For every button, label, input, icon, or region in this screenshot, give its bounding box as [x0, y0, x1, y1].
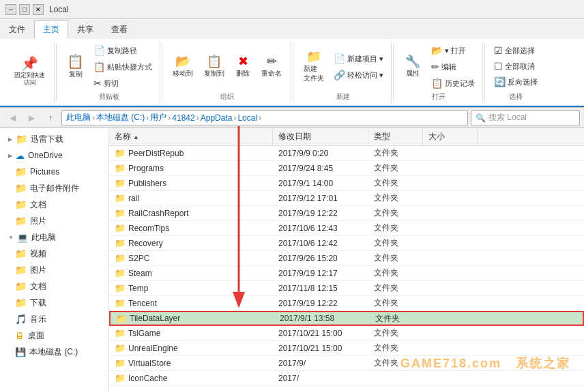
path-computer[interactable]: 此电脑 — [66, 112, 91, 123]
file-row[interactable]: 📁S2PC2017/9/26 15:20文件夹 — [109, 251, 584, 266]
rename-label: 重命名 — [261, 69, 282, 78]
window-title: Local — [49, 5, 69, 14]
up-btn[interactable]: ↑ — [42, 110, 59, 125]
sidebar-item-thunder[interactable]: ▶ 📁 迅雷下载 — [0, 131, 108, 147]
sidebar-item-music[interactable]: 🎵 音乐 — [0, 311, 108, 327]
file-row[interactable]: 📁TileDataLayer2017/9/1 13:58文件夹 — [109, 311, 584, 326]
sidebar-item-image[interactable]: 📁 图片 — [0, 262, 108, 278]
minimize-btn[interactable]: ─ — [5, 4, 16, 15]
rename-icon: ✏ — [267, 55, 277, 67]
cloud-icon: ☁ — [16, 151, 25, 161]
file-size-cell — [423, 242, 478, 245]
properties-btn[interactable]: 🔧 属性 — [399, 52, 426, 81]
edit-btn[interactable]: ✏ 编辑 — [428, 59, 478, 74]
path-users[interactable]: 用户 — [150, 112, 166, 123]
folder-icon-document: 📁 — [15, 281, 27, 292]
easy-access-btn[interactable]: 🔗 轻松访问 ▾ — [330, 67, 387, 82]
sidebar-item-email[interactable]: 📁 电子邮件附件 — [0, 180, 108, 196]
sort-arrow: ▲ — [133, 134, 139, 140]
sidebar-item-video[interactable]: 📁 视频 — [0, 245, 108, 262]
watermark: GAME718.com 系统之家 — [400, 355, 570, 372]
search-box[interactable]: 🔍 搜索 Local — [471, 110, 580, 125]
file-row[interactable]: 📁rail2017/9/12 17:01文件夹 — [109, 191, 584, 206]
file-row[interactable]: 📁UnrealEngine2017/10/21 15:00文件夹 — [109, 341, 584, 356]
file-size-cell — [423, 332, 478, 335]
file-row[interactable]: 📁Recovery2017/10/6 12:42文件夹 — [109, 236, 584, 251]
new-item-btn[interactable]: 📄 新建项目 ▾ — [330, 51, 387, 66]
file-size-cell — [423, 182, 478, 185]
file-row[interactable]: 📁IconCache2017/ — [109, 371, 584, 386]
new-folder-btn[interactable]: 📁 新建文件夹 — [299, 48, 329, 86]
file-size-cell — [423, 167, 478, 170]
sep-4: › — [196, 113, 199, 123]
tab-share[interactable]: 共享 — [68, 20, 102, 39]
group-organize-label: 组织 — [220, 91, 234, 102]
sidebar-item-download[interactable]: 📁 下载 — [0, 295, 108, 311]
sidebar-item-onedrive[interactable]: ▶ ☁ OneDrive — [0, 147, 108, 164]
deselect-all-btn[interactable]: ☐ 全部取消 — [491, 59, 541, 74]
file-row[interactable]: 📁TslGame2017/10/21 15:00文件夹 — [109, 326, 584, 341]
file-row[interactable]: 📁Publishers2017/9/1 14:00文件夹 — [109, 176, 584, 191]
folder-icon-music: 🎵 — [15, 314, 27, 325]
file-row[interactable]: 📁RecomTips2017/10/6 12:43文件夹 — [109, 221, 584, 236]
new-small-group: 📄 新建项目 ▾ 🔗 轻松访问 ▾ — [330, 51, 387, 82]
file-row[interactable]: 📁Temp2017/11/8 12:15文件夹 — [109, 281, 584, 296]
paste-shortcut-label: 粘贴快捷方式 — [107, 62, 152, 72]
sidebar-item-drive[interactable]: 💾 本地磁盘 (C:) — [0, 344, 108, 360]
sidebar-item-photos[interactable]: 📁 照片 — [0, 213, 108, 229]
file-row[interactable]: 📁PeerDistRepub2017/9/9 0:20文件夹 — [109, 146, 584, 161]
copy-to-btn[interactable]: 📋 复制到 — [199, 52, 229, 81]
sidebar-item-mycomputer[interactable]: ▼ 💻 此电脑 — [0, 229, 108, 245]
history-btn[interactable]: 📋 历史记录 — [428, 76, 478, 91]
path-user-id[interactable]: 41842 — [172, 113, 194, 123]
col-header-date[interactable]: 修改日期 — [273, 128, 368, 145]
file-name-text: RecomTips — [128, 224, 169, 233]
maximize-btn[interactable]: □ — [19, 4, 30, 15]
file-folder-icon: 📁 — [115, 283, 126, 293]
folder-icon: 📁 — [16, 134, 27, 145]
main-area: ▶ 📁 迅雷下载 ▶ ☁ OneDrive 📁 Pictures 📁 电子邮件附… — [0, 128, 584, 392]
address-path[interactable]: 此电脑 › 本地磁盘 (C:) › 用户 › 41842 › AppData ›… — [61, 110, 468, 125]
file-type-cell: 文件夹 — [368, 281, 423, 295]
copy-btn[interactable]: 📋 复制 — [62, 52, 89, 82]
sidebar-item-desktop[interactable]: 🖥 桌面 — [0, 327, 108, 344]
col-header-name[interactable]: 名称 ▲ — [109, 128, 273, 145]
col-header-size[interactable]: 大小 — [423, 128, 478, 145]
cut-btn[interactable]: ✂ 剪切 — [90, 76, 156, 91]
pin-quick-access-btn[interactable]: 📌 固定到快速访问 — [10, 54, 50, 89]
tab-file[interactable]: 文件 — [0, 20, 34, 39]
file-row[interactable]: 📁Tencent2017/9/19 12:22文件夹 — [109, 296, 584, 311]
back-btn[interactable]: ◀ — [4, 110, 20, 125]
sidebar-item-pictures[interactable]: 📁 Pictures — [0, 164, 108, 180]
delete-btn[interactable]: ✖ 删除 — [231, 52, 255, 81]
open-dropdown-btn[interactable]: 📂 ▾ 打开 — [428, 43, 478, 58]
file-folder-icon: 📁 — [115, 163, 126, 173]
sidebar-item-docs[interactable]: 📁 文档 — [0, 196, 108, 213]
col-header-type[interactable]: 类型 — [368, 128, 423, 145]
file-type-cell: 文件夹 — [368, 176, 423, 190]
file-size-cell — [423, 302, 478, 305]
move-icon: 📂 — [175, 55, 190, 67]
path-drive[interactable]: 本地磁盘 (C:) — [96, 112, 145, 123]
file-row[interactable]: 📁RailCrashReport2017/9/19 12:22文件夹 — [109, 206, 584, 221]
path-appdata[interactable]: AppData — [201, 113, 233, 123]
properties-icon: 🔧 — [405, 55, 420, 67]
select-all-btn[interactable]: ☑ 全部选择 — [491, 43, 541, 58]
rename-btn[interactable]: ✏ 重命名 — [257, 52, 287, 81]
file-name-cell: 📁RecomTips — [109, 222, 273, 235]
file-name-cell: 📁Steam — [109, 267, 273, 280]
path-local[interactable]: Local — [237, 113, 257, 123]
file-row[interactable]: 📁Steam2017/9/19 12:17文件夹 — [109, 266, 584, 281]
move-to-btn[interactable]: 📂 移动到 — [168, 52, 198, 81]
copy-path-btn[interactable]: 📄 复制路径 — [90, 43, 156, 58]
forward-btn[interactable]: ▶ — [23, 110, 40, 125]
sidebar-item-document[interactable]: 📁 文档 — [0, 278, 108, 295]
tab-view[interactable]: 查看 — [102, 20, 136, 39]
sidebar-label-onedrive: OneDrive — [28, 151, 63, 160]
close-btn[interactable]: ✕ — [33, 4, 44, 15]
tab-home[interactable]: 主页 — [34, 20, 68, 39]
invert-selection-btn[interactable]: 🔄 反向选择 — [491, 74, 541, 89]
file-row[interactable]: 📁Programs2017/9/24 8:45文件夹 — [109, 161, 584, 176]
paste-shortcut-btn[interactable]: 📋 粘贴快捷方式 — [90, 59, 156, 74]
file-name-cell: 📁Programs — [109, 162, 273, 175]
